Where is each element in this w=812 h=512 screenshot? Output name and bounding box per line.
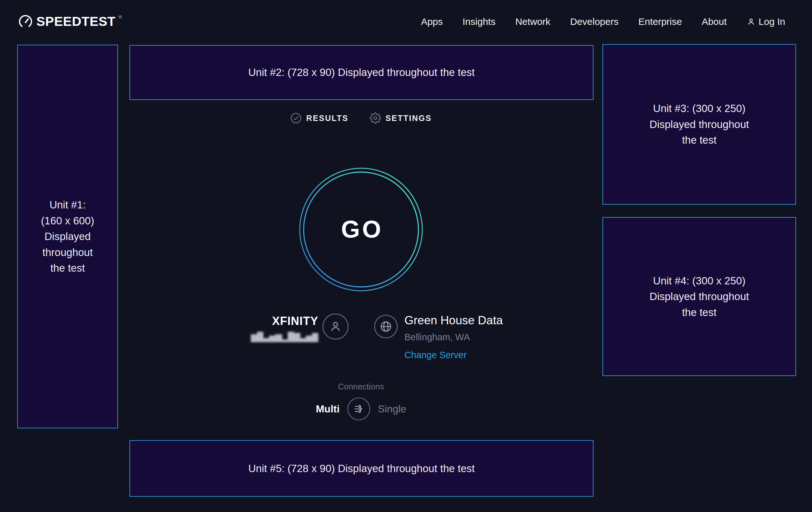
server-globe-icon: [374, 315, 398, 339]
logo-trademark: ®: [119, 15, 122, 20]
nav-network[interactable]: Network: [515, 16, 550, 27]
ad-unit-1: Unit #1: (160 x 600) Displayed throughou…: [17, 45, 118, 428]
multi-connections-icon: [352, 402, 366, 415]
ad-unit-3-text: Unit #3: (300 x 250) Displayed throughou…: [645, 101, 754, 148]
server-location: Bellingham, WA: [404, 332, 503, 343]
nav-enterprise[interactable]: Enterprise: [638, 16, 682, 27]
ad-unit-5-text: Unit #5: (728 x 90) Displayed throughout…: [249, 461, 475, 477]
speedtest-page: SPEEDTEST ® Apps Insights Network Develo…: [0, 0, 812, 512]
ip-address-redacted: ▆█▃▅▆▂█▇▃▅▇: [242, 332, 318, 342]
check-circle-icon: [290, 112, 302, 124]
logo[interactable]: SPEEDTEST ®: [18, 14, 122, 29]
results-label: RESULTS: [306, 114, 348, 123]
go-button[interactable]: GO: [299, 167, 423, 292]
tab-results[interactable]: RESULTS: [290, 112, 348, 124]
nav-about[interactable]: About: [702, 16, 727, 27]
login-label: Log In: [759, 16, 785, 27]
speedometer-icon: [18, 14, 33, 29]
user-icon: [747, 17, 756, 26]
ad-unit-2-text: Unit #2: (728 x 90) Displayed throughout…: [249, 64, 475, 80]
isp-name: XFINITY: [242, 315, 318, 328]
view-tabs: RESULTS SETTINGS: [265, 112, 457, 124]
nav-developers[interactable]: Developers: [570, 16, 619, 27]
nav-apps[interactable]: Apps: [421, 16, 443, 27]
header: SPEEDTEST ® Apps Insights Network Develo…: [0, 0, 812, 44]
connections-toggle-button[interactable]: [347, 397, 370, 421]
ad-unit-2: Unit #2: (728 x 90) Displayed throughout…: [129, 45, 593, 100]
gear-icon: [370, 112, 381, 124]
ad-unit-5: Unit #5: (728 x 90) Displayed throughout…: [129, 440, 593, 497]
ad-unit-3: Unit #3: (300 x 250) Displayed throughou…: [603, 44, 796, 205]
ad-unit-4: Unit #4: (300 x 250) Displayed throughou…: [603, 217, 796, 376]
nav-insights[interactable]: Insights: [462, 16, 495, 27]
settings-label: SETTINGS: [385, 114, 432, 123]
connections-label: Connections: [297, 382, 425, 392]
connections-toggle: Multi Single: [297, 397, 425, 421]
server-info: Green House Data Bellingham, WA Change S…: [404, 314, 503, 360]
logo-text: SPEEDTEST: [36, 14, 115, 29]
login-button[interactable]: Log In: [747, 16, 785, 27]
isp-info: XFINITY ▆█▃▅▆▂█▇▃▅▇: [242, 315, 318, 342]
server-name: Green House Data: [404, 314, 503, 327]
change-server-link[interactable]: Change Server: [404, 350, 503, 360]
main-nav: Apps Insights Network Developers Enterpr…: [421, 16, 785, 27]
user-icon: [328, 319, 343, 334]
globe-icon: [379, 320, 393, 333]
ad-unit-4-text: Unit #4: (300 x 250) Displayed throughou…: [645, 273, 754, 321]
go-label: GO: [339, 215, 383, 243]
ad-unit-1-text: Unit #1: (160 x 600) Displayed throughou…: [39, 197, 96, 276]
isp-user-icon: [322, 314, 349, 340]
tab-settings[interactable]: SETTINGS: [370, 112, 432, 124]
connections-multi-option[interactable]: Multi: [316, 403, 340, 415]
connections-single-option[interactable]: Single: [378, 403, 406, 415]
